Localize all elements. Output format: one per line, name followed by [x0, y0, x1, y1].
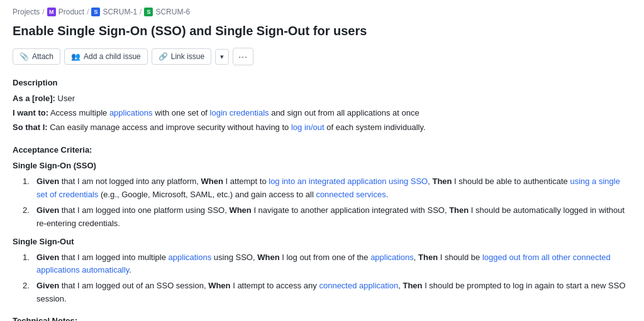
breadcrumb-projects[interactable]: Projects — [13, 8, 40, 16]
description-section: Description As a [role]: User I want to:… — [13, 78, 631, 134]
child-icon: 👥 — [71, 52, 80, 61]
more-icon: ··· — [238, 52, 248, 62]
sso-criteria-list: 1. Given that I am not logged into any p… — [13, 175, 631, 230]
more-button[interactable]: ··· — [233, 48, 253, 65]
add-child-label: Add a child issue — [84, 52, 141, 61]
sso-section-title: Single Sign-On (SSO) — [13, 161, 631, 170]
signout-apps-link1[interactable]: applications — [169, 253, 212, 262]
login-out-link[interactable]: log in/out — [291, 122, 325, 132]
scrum1-icon: S — [91, 8, 100, 16]
link-issue-button[interactable]: 🔗 Link issue — [152, 48, 211, 65]
signout-apps-link2[interactable]: applications — [370, 253, 414, 262]
desc-role-line: As a [role]: User — [13, 92, 631, 106]
product-icon: M — [47, 8, 56, 16]
page-title: Enable Single Sign-On (SSO) and Single S… — [13, 23, 631, 39]
desc-sothat-line: So that I: Can easily manage access and … — [13, 121, 631, 134]
breadcrumb: Projects / M Product / S SCRUM-1 / S SCR… — [13, 8, 631, 16]
signout-loggedout-link[interactable]: logged out from all other connected appl… — [36, 253, 611, 275]
dropdown-button[interactable]: ▾ — [215, 49, 229, 65]
chevron-down-icon: ▾ — [220, 53, 224, 61]
sso-criterion-2: 2. Given that I am logged into one platf… — [23, 204, 631, 231]
signout-section-title: Single Sign-Out — [13, 237, 631, 246]
breadcrumb-scrum1[interactable]: SCRUM-1 — [103, 8, 137, 16]
attach-button[interactable]: 📎 Attach — [13, 48, 60, 65]
toolbar: 📎 Attach 👥 Add a child issue 🔗 Link issu… — [13, 48, 631, 65]
signout-criteria-list: 1. Given that I am logged into multiple … — [13, 251, 631, 306]
technical-notes-title: Technical Notes: — [13, 316, 631, 321]
login-credentials-link[interactable]: login credentials — [210, 108, 269, 117]
breadcrumb-product[interactable]: Product — [58, 8, 84, 16]
link-label: Link issue — [171, 52, 204, 61]
scrum6-icon: S — [144, 8, 153, 16]
acceptance-criteria-section: Acceptance Criteria: Single Sign-On (SSO… — [13, 145, 631, 305]
description-title: Description — [13, 78, 631, 87]
breadcrumb-scrum6[interactable]: SCRUM-6 — [155, 8, 190, 16]
acceptance-title: Acceptance Criteria: — [13, 145, 631, 155]
applications-link1[interactable]: applications — [109, 108, 153, 117]
sso-connected-services-link[interactable]: connected services — [316, 190, 386, 199]
add-child-button[interactable]: 👥 Add a child issue — [64, 48, 148, 65]
attach-label: Attach — [32, 52, 53, 61]
signout-criterion-1: 1. Given that I am logged into multiple … — [23, 251, 631, 278]
attach-icon: 📎 — [19, 52, 29, 61]
sso-log-into-link[interactable]: log into an integrated application using… — [269, 177, 428, 186]
link-icon: 🔗 — [158, 52, 168, 61]
technical-notes-section: Technical Notes: Integration with an Ide… — [13, 316, 631, 321]
sso-criterion-1: 1. Given that I am not logged into any p… — [23, 175, 631, 202]
desc-want-line: I want to: Access multiple applications … — [13, 107, 631, 120]
signout-connected-app-link[interactable]: connected application — [319, 281, 398, 290]
signout-criterion-2: 2. Given that I am logged out of an SSO … — [23, 280, 631, 306]
